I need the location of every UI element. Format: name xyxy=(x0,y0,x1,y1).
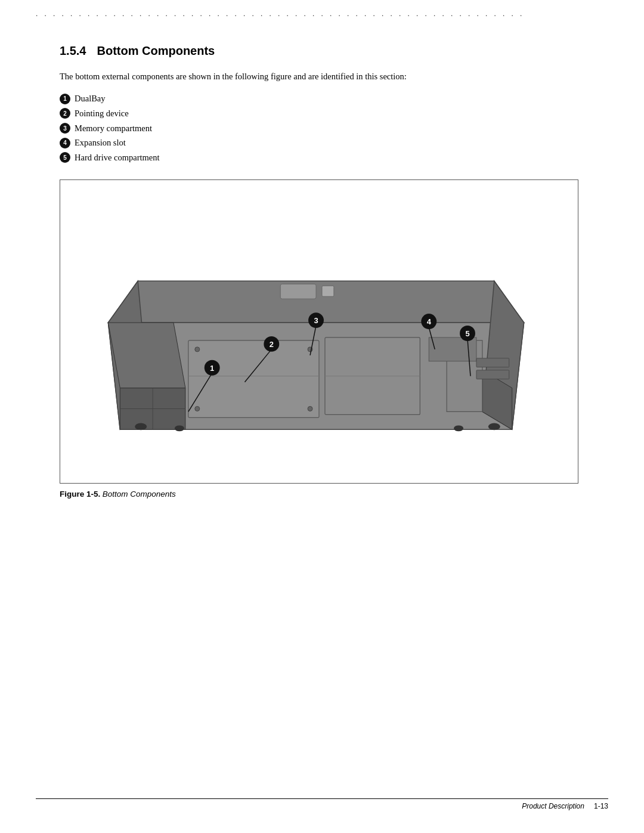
svg-point-22 xyxy=(175,425,184,431)
figure-label: Figure 1-5. xyxy=(60,490,100,498)
section-heading: 1.5.4Bottom Components xyxy=(60,44,584,58)
footer-page: 1-13 xyxy=(594,802,608,810)
svg-point-20 xyxy=(135,423,147,430)
list-item: 2 Pointing device xyxy=(60,106,584,121)
svg-point-15 xyxy=(195,406,200,411)
section-number: 1.5.4 xyxy=(60,44,86,57)
component-label-5: Hard drive compartment xyxy=(75,150,160,165)
svg-rect-19 xyxy=(322,286,334,296)
footer-section: Product Description xyxy=(522,802,584,810)
decorative-dots: · · · · · · · · · · · · · · · · · · · · … xyxy=(0,0,644,20)
badge-4: 4 xyxy=(60,138,70,148)
svg-text:4: 4 xyxy=(427,317,432,326)
svg-rect-18 xyxy=(280,284,316,299)
svg-point-13 xyxy=(195,347,200,352)
section-title-text: Bottom Components xyxy=(97,44,215,57)
svg-point-16 xyxy=(308,406,312,411)
component-label-3: Memory compartment xyxy=(75,121,152,136)
svg-rect-27 xyxy=(476,370,509,379)
svg-marker-6 xyxy=(108,323,185,388)
badge-2: 2 xyxy=(60,108,70,119)
svg-text:2: 2 xyxy=(270,340,274,349)
intro-paragraph: The bottom external components are shown… xyxy=(60,70,489,83)
list-item: 1 DualBay xyxy=(60,91,584,106)
badge-1: 1 xyxy=(60,94,70,104)
figure-description: Bottom Components xyxy=(103,490,176,498)
component-label-4: Expansion slot xyxy=(75,135,126,150)
list-item: 5 Hard drive compartment xyxy=(60,150,584,165)
component-list: 1 DualBay 2 Pointing device 3 Memory com… xyxy=(60,91,584,165)
list-item: 4 Expansion slot xyxy=(60,135,584,150)
page-footer: Product Description 1-13 xyxy=(36,798,608,810)
svg-text:3: 3 xyxy=(314,316,318,325)
svg-point-23 xyxy=(454,425,463,431)
figure-box: 1 2 3 4 5 xyxy=(60,179,578,484)
component-label-2: Pointing device xyxy=(75,106,129,121)
svg-text:1: 1 xyxy=(210,363,214,372)
svg-text:5: 5 xyxy=(465,329,469,338)
badge-5: 5 xyxy=(60,152,70,163)
component-label-1: DualBay xyxy=(75,91,106,106)
list-item: 3 Memory compartment xyxy=(60,121,584,136)
svg-rect-26 xyxy=(476,358,509,367)
laptop-diagram: 1 2 3 4 5 xyxy=(60,180,578,483)
figure-caption: Figure 1-5. Bottom Components xyxy=(60,490,584,499)
badge-3: 3 xyxy=(60,123,70,134)
svg-point-21 xyxy=(488,423,500,430)
